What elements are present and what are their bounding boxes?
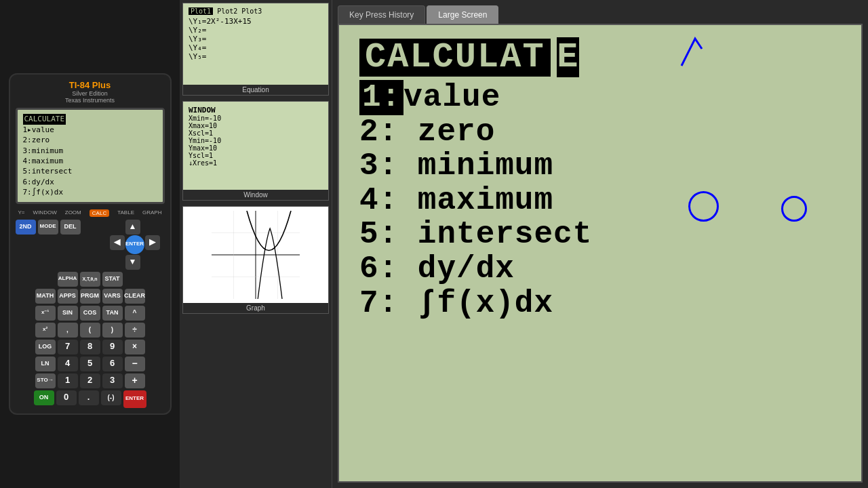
tab-key-press-history[interactable]: Key Press History bbox=[338, 5, 425, 24]
ls-title: CALCULAT bbox=[359, 39, 551, 77]
graph-content bbox=[183, 207, 328, 303]
ls-item-6: 6: dy/dx bbox=[359, 252, 841, 287]
btn-del[interactable]: DEL bbox=[60, 220, 81, 235]
equation-panel: Plot1 Plot2 Plot3 \Y₁=2X²-13X+15 \Y₂= \Y… bbox=[182, 3, 329, 96]
btn-divide[interactable]: ÷ bbox=[125, 323, 145, 338]
btn-math[interactable]: MATH bbox=[35, 289, 56, 304]
btn-on[interactable]: ON bbox=[34, 390, 54, 405]
btn-power[interactable]: ^ bbox=[125, 306, 145, 321]
btn-7[interactable]: 7 bbox=[58, 340, 78, 354]
btn-sto[interactable]: STO→ bbox=[35, 373, 56, 388]
btn-rparen[interactable]: ) bbox=[102, 323, 123, 338]
nav-calc[interactable]: CALC bbox=[90, 209, 109, 217]
window-title: WINDOW bbox=[189, 106, 323, 115]
graph-label: Graph bbox=[183, 303, 328, 313]
btn-1[interactable]: 1 bbox=[58, 373, 78, 388]
tab-bar: Key Press History Large Screen bbox=[332, 0, 868, 24]
nav-graph[interactable]: GRAPH bbox=[142, 209, 161, 217]
nav-table[interactable]: TABLE bbox=[117, 209, 134, 217]
tab-large-screen[interactable]: Large Screen bbox=[427, 5, 498, 24]
nav-y=[interactable]: Y= bbox=[18, 209, 25, 217]
btn-0[interactable]: 0 bbox=[56, 390, 77, 405]
calc-nav-row: Y= WINDOW ZOOM CALC TABLE GRAPH bbox=[16, 208, 165, 218]
btn-x2[interactable]: x² bbox=[35, 323, 56, 338]
btn-row-7: LN 4 5 6 − bbox=[16, 357, 165, 371]
ls-item-7: 7: ∫f(x)dx bbox=[359, 287, 841, 321]
nav-zoom[interactable]: ZOOM bbox=[65, 209, 81, 217]
btn-xtn[interactable]: X,T,θ,n bbox=[80, 272, 100, 287]
btn-alpha[interactable]: ALPHA bbox=[58, 272, 78, 287]
btn-dot[interactable]: . bbox=[79, 390, 99, 405]
btn-lparen[interactable]: ( bbox=[80, 323, 100, 338]
window-label: Window bbox=[183, 190, 328, 200]
btn-8[interactable]: 8 bbox=[80, 340, 100, 354]
calculator-section: TI-84 Plus Silver Edition Texas Instrume… bbox=[0, 0, 180, 488]
btn-9[interactable]: 9 bbox=[102, 340, 123, 354]
equation-y4: \Y₄= bbox=[189, 43, 323, 52]
ls-1-prefix: 1: bbox=[359, 80, 403, 115]
btn-enter-dpad[interactable]: ENTER bbox=[125, 235, 144, 254]
ls-item-3: 3: minimum bbox=[359, 149, 841, 184]
btn-down[interactable]: ▼ bbox=[125, 255, 140, 270]
screen-line-5: 4:maximum bbox=[23, 156, 157, 166]
btn-right[interactable]: ▶ bbox=[145, 235, 160, 250]
btn-neg[interactable]: (-) bbox=[101, 390, 121, 405]
btn-vars[interactable]: VARS bbox=[102, 289, 123, 304]
btn-left[interactable]: ◀ bbox=[110, 235, 125, 250]
btn-sin[interactable]: SIN bbox=[58, 306, 78, 321]
btn-3[interactable]: 3 bbox=[102, 373, 123, 388]
btn-apps[interactable]: APPS bbox=[58, 289, 78, 304]
calculator-header: TI-84 Plus Silver Edition Texas Instrume… bbox=[16, 80, 165, 104]
screen-highlight: CALCULATE bbox=[23, 114, 66, 124]
btn-row-8: STO→ 1 2 3 + bbox=[16, 373, 165, 388]
btn-clear[interactable]: CLEAR bbox=[125, 289, 145, 304]
plot1-highlight: Plot1 bbox=[189, 7, 213, 15]
btn-enter[interactable]: ENTER bbox=[123, 390, 146, 408]
graph-svg bbox=[189, 211, 323, 299]
calculator-edition: Silver Edition bbox=[16, 90, 165, 97]
btn-prgm[interactable]: PRGM bbox=[80, 289, 100, 304]
ls-item-4: 4: maximum bbox=[359, 184, 841, 218]
btn-row-2: ALPHA X,T,θ,n STAT bbox=[16, 272, 165, 287]
window-panel: WINDOW Xmin=-10 Xmax=10 Xscl=1 Ymin=-10 … bbox=[182, 101, 329, 201]
plot-row: Plot1 Plot2 Plot3 bbox=[189, 7, 323, 15]
screen-line-7: 6:dy/dx bbox=[23, 177, 157, 187]
btn-up[interactable]: ▲ bbox=[125, 220, 140, 235]
btn-mode[interactable]: MODE bbox=[38, 220, 58, 235]
window-content: WINDOW Xmin=-10 Xmax=10 Xscl=1 Ymin=-10 … bbox=[183, 102, 328, 190]
ls-item-2: 2: zero bbox=[359, 115, 841, 150]
equation-y1: \Y₁=2X²-13X+15 bbox=[189, 17, 323, 26]
btn-tan[interactable]: TAN bbox=[102, 306, 123, 321]
btn-stat[interactable]: STAT bbox=[102, 272, 123, 287]
btn-6[interactable]: 6 bbox=[102, 357, 123, 371]
window-xres: ↓Xres=1 bbox=[189, 159, 323, 167]
btn-ln[interactable]: LN bbox=[35, 357, 56, 371]
btn-multiply[interactable]: × bbox=[125, 340, 145, 354]
screen-line-6: 5:intersect bbox=[23, 166, 157, 176]
screen-line-8: 7:∫f(x)dx bbox=[23, 187, 157, 197]
btn-add[interactable]: + bbox=[125, 373, 145, 388]
blue-arrow-annotation bbox=[678, 35, 705, 69]
btn-4[interactable]: 4 bbox=[58, 357, 78, 371]
equation-y2: \Y₂= bbox=[189, 26, 323, 35]
window-xmin: Xmin=-10 bbox=[189, 115, 323, 122]
btn-row-3: MATH APPS PRGM VARS CLEAR bbox=[16, 289, 165, 304]
btn-x-inverse[interactable]: x⁻¹ bbox=[35, 306, 56, 321]
calculator-screen: CALCULATE 1▸value 2:zero 3:minimum 4:max… bbox=[16, 108, 165, 203]
nav-window[interactable]: WINDOW bbox=[33, 209, 57, 217]
btn-comma[interactable]: , bbox=[58, 323, 78, 338]
screen-section: Key Press History Large Screen CALCULAT … bbox=[332, 0, 868, 488]
dpad: ▲ ◀ ENTER ▶ ▼ bbox=[110, 220, 160, 270]
btn-2nd[interactable]: 2ND bbox=[16, 220, 36, 235]
btn-cos[interactable]: COS bbox=[80, 306, 100, 321]
btn-5[interactable]: 5 bbox=[80, 357, 100, 371]
graph-panel: Graph bbox=[182, 206, 329, 314]
window-yscl: Yscl=1 bbox=[189, 152, 323, 159]
window-ymin: Ymin=-10 bbox=[189, 137, 323, 144]
plot2: Plot2 Plot3 bbox=[217, 7, 262, 15]
btn-log[interactable]: LOG bbox=[35, 340, 56, 354]
screen-line-1: CALCULATE bbox=[23, 114, 157, 124]
btn-2[interactable]: 2 bbox=[80, 373, 100, 388]
btn-subtract[interactable]: − bbox=[125, 357, 145, 371]
panels-section: Plot1 Plot2 Plot3 \Y₁=2X²-13X+15 \Y₂= \Y… bbox=[180, 0, 332, 488]
